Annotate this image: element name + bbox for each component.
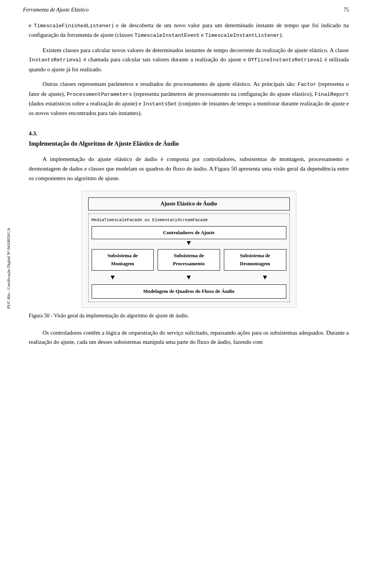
paragraph-5: Os controladores contêm a lógica de orqu…	[29, 328, 349, 347]
arrow-down-center: ▼	[187, 272, 191, 283]
code-factor: Factor	[298, 82, 317, 87]
diagram-arrow-down-1: ▼	[92, 239, 286, 248]
main-content: e TimescaleFinishedListener) e de descob…	[0, 17, 368, 360]
section-number: 4.3.	[29, 129, 349, 138]
code-timescaleinstantlistener: TimescaleInstantListener	[205, 33, 279, 38]
diagram-subsystems-row: Subsistema de Montagem Subsistema de Pro…	[92, 249, 286, 271]
paragraph-1: e TimescaleFinishedListener) e de descob…	[29, 21, 349, 40]
diagram-facade-label: MediaTimescaleFacade ou ElementaryStream…	[92, 217, 286, 224]
paragraph-4: A implementação do ajuste elástico de áu…	[29, 154, 349, 183]
arrow-down-right: ▼	[263, 272, 267, 283]
code-finalreport: FinalReport	[315, 92, 349, 97]
diagram: Ajuste Elástico de Áudio MediaTimescaleF…	[88, 197, 290, 302]
header-title: Ferramenta de Ajuste Elástico	[23, 7, 89, 13]
diagram-outer-box: MediaTimescaleFacade ou ElementaryStream…	[88, 214, 290, 302]
code-instantsretrieval: InstantsRetrieval	[29, 57, 82, 63]
page-container: PUC-Rio - Certificação Digital Nº 041085…	[0, 0, 368, 588]
code-timescalefinishedlistener: TimescaleFinishedListener	[34, 23, 112, 29]
paragraph-3: Outras classes representam parâmetros e …	[29, 79, 349, 118]
side-label: PUC-Rio - Certificação Digital Nº 041085…	[6, 228, 11, 309]
figure-container: Ajuste Elástico de Áudio MediaTimescaleF…	[82, 191, 296, 308]
diagram-controllers-box: Controladores de Ajuste	[92, 226, 286, 240]
code-timescaleinstantevent: TimescaleInstantEvent	[135, 33, 200, 38]
code-instantsset: InstantsSet	[143, 101, 177, 107]
diagram-subsystem-1: Subsistema de Montagem	[92, 249, 154, 271]
arrow-down-left: ▼	[111, 272, 115, 283]
paragraph-2: Existem classes para calcular novos valo…	[29, 46, 349, 74]
diagram-subsystem-2: Subsistema de Processamento	[158, 249, 220, 271]
diagram-arrows-row: ▼ ▼ ▼	[92, 272, 286, 283]
page-header: Ferramenta de Ajuste Elástico 75	[0, 0, 368, 17]
section-title: Implementação do Algoritmo de Ajuste Elá…	[29, 139, 349, 149]
diagram-bottom-box: Modelagem de Quadros do Fluxo de Áudio	[92, 284, 286, 299]
diagram-subsystem-3: Subsistema de Desmontagem	[224, 249, 286, 271]
header-page-num: 75	[343, 7, 349, 13]
code-offlineinstantsretrieval: OfflineInstantsRetrieval	[248, 57, 322, 63]
diagram-title: Ajuste Elástico de Áudio	[88, 197, 290, 210]
code-processmentparameters: ProcessmentParameters	[67, 92, 132, 97]
figure-caption: Figura 50 - Visão geral da implementação…	[29, 312, 349, 320]
